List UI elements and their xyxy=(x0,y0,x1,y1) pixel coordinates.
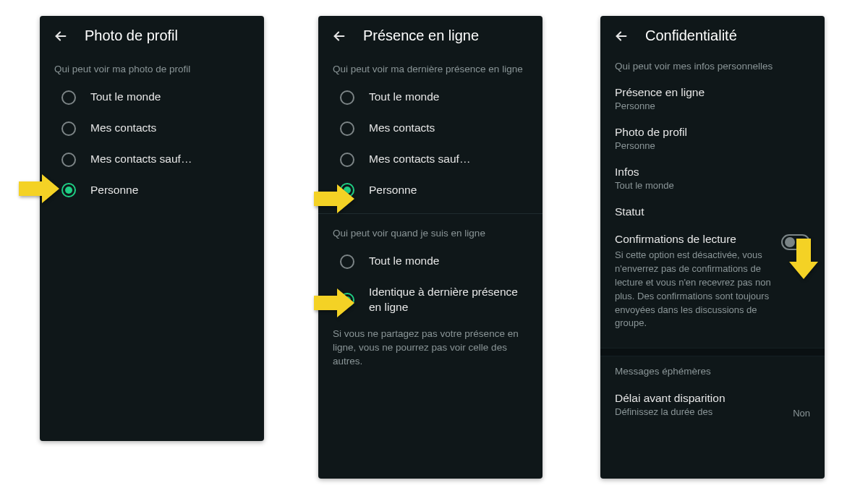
option-label: Personne xyxy=(90,183,138,198)
radio-icon xyxy=(340,183,354,197)
radio-icon xyxy=(340,90,354,105)
setting-title: Statut xyxy=(615,205,810,218)
radio-icon xyxy=(340,153,354,167)
radio-option[interactable]: Mes contacts xyxy=(40,113,264,144)
radio-option[interactable]: Tout le monde xyxy=(318,246,542,277)
setting-value: Personne xyxy=(615,100,810,111)
page-title: Confidentialité xyxy=(645,27,737,44)
option-label: Tout le monde xyxy=(369,90,439,105)
section-divider xyxy=(600,348,825,356)
setting-title: Confirmations de lecture xyxy=(615,233,774,246)
radio-icon xyxy=(61,121,76,136)
setting-description: Définissez la durée des xyxy=(615,406,726,417)
setting-value: Non xyxy=(793,408,810,419)
option-label: Tout le monde xyxy=(90,90,161,105)
radio-icon xyxy=(340,121,354,136)
back-arrow-icon[interactable] xyxy=(331,28,347,44)
section-last-seen: Qui peut voir ma dernière présence en li… xyxy=(318,51,542,206)
setting-value: Tout le monde xyxy=(615,180,810,191)
app-bar: Présence en ligne xyxy=(318,16,542,51)
page-title: Présence en ligne xyxy=(363,27,479,44)
radio-option[interactable]: Tout le monde xyxy=(318,82,542,113)
screen-profile-photo: Photo de profil Qui peut voir ma photo d… xyxy=(40,16,264,441)
footer-note: Si vous ne partagez pas votre présence e… xyxy=(318,323,542,369)
option-label: Mes contacts xyxy=(90,121,156,136)
section-label: Qui peut voir ma photo de profil xyxy=(40,54,264,82)
option-label: Personne xyxy=(369,183,417,198)
section-label: Messages éphémères xyxy=(600,356,825,384)
page-title: Photo de profil xyxy=(85,27,178,44)
option-label: Identique à dernière présence en ligne xyxy=(369,285,528,315)
app-bar: Confidentialité xyxy=(600,16,825,51)
divider xyxy=(318,213,542,214)
radio-option[interactable]: Mes contacts sauf… xyxy=(40,144,264,175)
back-arrow-icon[interactable] xyxy=(53,28,69,44)
option-label: Mes contacts sauf… xyxy=(369,152,470,167)
app-bar: Photo de profil xyxy=(40,16,264,51)
setting-value: Personne xyxy=(615,140,810,151)
section-label: Qui peut voir quand je suis en ligne xyxy=(318,218,542,246)
screen-online-presence: Présence en ligne Qui peut voir ma derni… xyxy=(318,16,542,479)
setting-title: Photo de profil xyxy=(615,126,810,139)
setting-description: Si cette option est désactivée, vous n'e… xyxy=(615,249,774,330)
section-online-now: Qui peut voir quand je suis en ligne Tou… xyxy=(318,215,542,323)
option-label: Tout le monde xyxy=(369,254,439,269)
setting-title: Présence en ligne xyxy=(615,86,810,99)
option-label: Mes contacts xyxy=(369,121,435,136)
radio-icon xyxy=(340,293,354,307)
radio-icon xyxy=(61,153,76,167)
setting-status[interactable]: Statut xyxy=(600,198,825,226)
radio-option[interactable]: Tout le monde xyxy=(40,82,264,113)
setting-profile-photo[interactable]: Photo de profil Personne xyxy=(600,119,825,158)
setting-about[interactable]: Infos Tout le monde xyxy=(600,158,825,198)
section-label: Qui peut voir ma dernière présence en li… xyxy=(318,54,542,82)
back-arrow-icon[interactable] xyxy=(613,28,629,44)
radio-option[interactable]: Identique à dernière présence en ligne xyxy=(318,277,542,323)
read-receipts-toggle[interactable] xyxy=(781,234,810,250)
setting-online-presence[interactable]: Présence en ligne Personne xyxy=(600,79,825,119)
setting-title: Infos xyxy=(615,166,810,179)
setting-title: Délai avant disparition xyxy=(615,392,726,405)
radio-option[interactable]: Mes contacts xyxy=(318,113,542,144)
radio-option[interactable]: Mes contacts sauf… xyxy=(318,144,542,175)
screen-privacy: Confidentialité Qui peut voir mes infos … xyxy=(600,16,825,479)
section-label: Qui peut voir mes infos personnelles xyxy=(600,51,825,79)
radio-option[interactable]: Personne xyxy=(318,175,542,206)
radio-icon xyxy=(61,183,76,197)
radio-icon xyxy=(340,254,354,269)
section-who-can-see-profile-photo: Qui peut voir ma photo de profil Tout le… xyxy=(40,51,264,206)
setting-disappearing-timer[interactable]: Délai avant disparition Définissez la du… xyxy=(600,385,825,426)
option-label: Mes contacts sauf… xyxy=(90,152,192,167)
setting-read-receipts: Confirmations de lecture Si cette option… xyxy=(600,226,825,338)
radio-option[interactable]: Personne xyxy=(40,175,264,206)
radio-icon xyxy=(61,90,76,105)
